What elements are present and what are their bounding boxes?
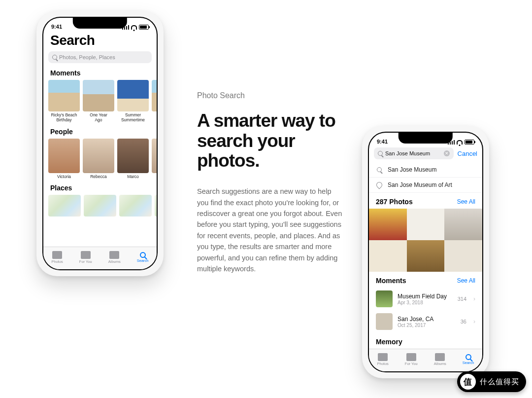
photo-thumbnail[interactable] bbox=[407, 240, 445, 272]
suggestion-label: San Jose Museum of Art bbox=[388, 181, 452, 188]
moment-item[interactable] bbox=[152, 80, 157, 123]
battery-icon bbox=[139, 25, 149, 30]
photo-thumbnail[interactable] bbox=[369, 240, 407, 272]
place-item[interactable] bbox=[48, 195, 81, 217]
place-thumbnail bbox=[48, 195, 81, 217]
wifi-icon bbox=[131, 25, 137, 30]
iphone-notch bbox=[73, 18, 127, 29]
search-icon bbox=[52, 55, 57, 60]
moment-thumbnail bbox=[117, 80, 149, 111]
phone-mockup-search-landing: 9:41 Search Photos, People, Places Momen… bbox=[36, 11, 164, 276]
result-count: 287 Photos bbox=[376, 198, 413, 206]
copy-body: Search suggestions are a new way to help… bbox=[197, 186, 344, 275]
person-thumbnail bbox=[117, 139, 149, 173]
moment-count: 314 bbox=[458, 296, 466, 302]
cancel-button[interactable]: Cancel bbox=[458, 150, 477, 157]
suggestion-label: San Jose Museum bbox=[388, 166, 436, 173]
see-all-link[interactable]: See All bbox=[457, 198, 475, 205]
person-thumbnail bbox=[83, 139, 114, 173]
albums-icon bbox=[435, 353, 445, 361]
moment-thumbnail bbox=[48, 80, 80, 111]
moment-title: Museum Field Day bbox=[398, 293, 453, 300]
badge-symbol: 值 bbox=[460, 374, 476, 390]
photo-thumbnail[interactable] bbox=[444, 209, 482, 240]
tab-search[interactable]: Search bbox=[137, 252, 149, 263]
search-icon bbox=[378, 151, 383, 156]
watermark-badge: 值 什么值得买 bbox=[457, 371, 526, 392]
copy-headline: A smarter way to search your photos. bbox=[197, 111, 344, 171]
status-time: 9:41 bbox=[51, 24, 62, 30]
place-thumbnail bbox=[119, 195, 152, 217]
tab-for-you[interactable]: For You bbox=[405, 353, 418, 366]
moment-item[interactable]: One YearAgo bbox=[83, 80, 114, 123]
photo-thumbnail[interactable] bbox=[444, 240, 482, 272]
section-header-people: People bbox=[43, 127, 157, 139]
person-thumbnail bbox=[152, 139, 157, 173]
search-suggestion[interactable]: San Jose Museum bbox=[369, 162, 482, 178]
moment-row[interactable]: San Jose, CA Oct 25, 2017 36 › bbox=[369, 310, 482, 333]
person-item[interactable] bbox=[152, 139, 157, 180]
moment-subtitle: Apr 3, 2018 bbox=[398, 300, 453, 305]
photo-thumbnail[interactable] bbox=[407, 209, 445, 240]
moment-thumbnail bbox=[152, 80, 157, 111]
place-item[interactable] bbox=[84, 195, 116, 217]
tab-bar: Photos For You Albums Search bbox=[369, 349, 482, 371]
clear-icon[interactable]: ✕ bbox=[444, 150, 450, 156]
search-input[interactable]: San Jose Museum ✕ bbox=[374, 147, 454, 159]
tab-bar: Photos For You Albums Search bbox=[43, 247, 157, 269]
for-you-icon bbox=[406, 353, 416, 361]
albums-icon bbox=[109, 251, 119, 259]
photos-icon bbox=[378, 353, 388, 361]
tab-albums[interactable]: Albums bbox=[108, 251, 121, 264]
search-icon bbox=[466, 354, 471, 360]
marketing-copy: Photo Search A smarter way to search you… bbox=[197, 91, 344, 275]
section-header-memory: Memory bbox=[376, 338, 402, 346]
search-input[interactable]: Photos, People, Places bbox=[48, 51, 152, 63]
photo-thumbnail[interactable] bbox=[369, 209, 407, 240]
place-item[interactable] bbox=[155, 195, 157, 217]
place-thumbnail bbox=[84, 195, 116, 217]
see-all-link[interactable]: See All bbox=[457, 277, 475, 284]
photos-icon bbox=[52, 251, 62, 259]
tab-photos[interactable]: Photos bbox=[377, 353, 389, 366]
badge-text: 什么值得买 bbox=[480, 377, 519, 387]
wifi-icon bbox=[457, 140, 463, 145]
place-item[interactable] bbox=[119, 195, 152, 217]
iphone-notch bbox=[399, 133, 453, 144]
section-header-moments: Moments bbox=[376, 277, 406, 285]
section-header-moments: Moments bbox=[43, 68, 157, 80]
moment-thumbnail bbox=[83, 80, 114, 111]
places-row[interactable] bbox=[43, 195, 157, 220]
tab-search[interactable]: Search bbox=[463, 354, 474, 365]
page-title: Search bbox=[43, 31, 157, 51]
moment-item[interactable]: SummerSummertime bbox=[117, 80, 149, 123]
location-pin-icon bbox=[376, 181, 383, 188]
photo-grid[interactable] bbox=[369, 209, 482, 272]
moment-title: San Jose, CA bbox=[398, 316, 456, 323]
moment-subtitle: Oct 25, 2017 bbox=[398, 323, 456, 328]
person-item[interactable]: Victoria bbox=[48, 139, 80, 180]
tab-for-you[interactable]: For You bbox=[79, 251, 92, 264]
search-icon bbox=[140, 252, 146, 258]
moment-item[interactable]: Ricky's BeachBirthday bbox=[48, 80, 80, 123]
person-item[interactable]: Marco bbox=[117, 139, 149, 180]
chevron-right-icon: › bbox=[473, 318, 475, 325]
tab-photos[interactable]: Photos bbox=[52, 251, 63, 264]
person-item[interactable]: Rebecca bbox=[83, 139, 114, 180]
people-row[interactable]: Victoria Rebecca Marco bbox=[43, 139, 157, 183]
tab-albums[interactable]: Albums bbox=[434, 353, 446, 366]
phone-mockup-search-results: 9:41 San Jose Museum ✕ Cancel San Jose M… bbox=[362, 126, 489, 378]
copy-eyebrow: Photo Search bbox=[197, 91, 344, 100]
search-icon bbox=[376, 166, 383, 173]
search-suggestion[interactable]: San Jose Museum of Art bbox=[369, 178, 482, 193]
moment-thumbnail bbox=[376, 313, 393, 330]
chevron-right-icon: › bbox=[473, 295, 475, 302]
battery-icon bbox=[465, 140, 474, 145]
moment-count: 36 bbox=[461, 319, 466, 325]
person-thumbnail bbox=[48, 139, 80, 173]
for-you-icon bbox=[81, 251, 91, 259]
search-value: San Jose Museum bbox=[385, 150, 430, 156]
moments-row[interactable]: Ricky's BeachBirthday One YearAgo Summer… bbox=[43, 80, 157, 127]
moment-row[interactable]: Museum Field Day Apr 3, 2018 314 › bbox=[369, 288, 482, 310]
status-time: 9:41 bbox=[377, 139, 388, 145]
